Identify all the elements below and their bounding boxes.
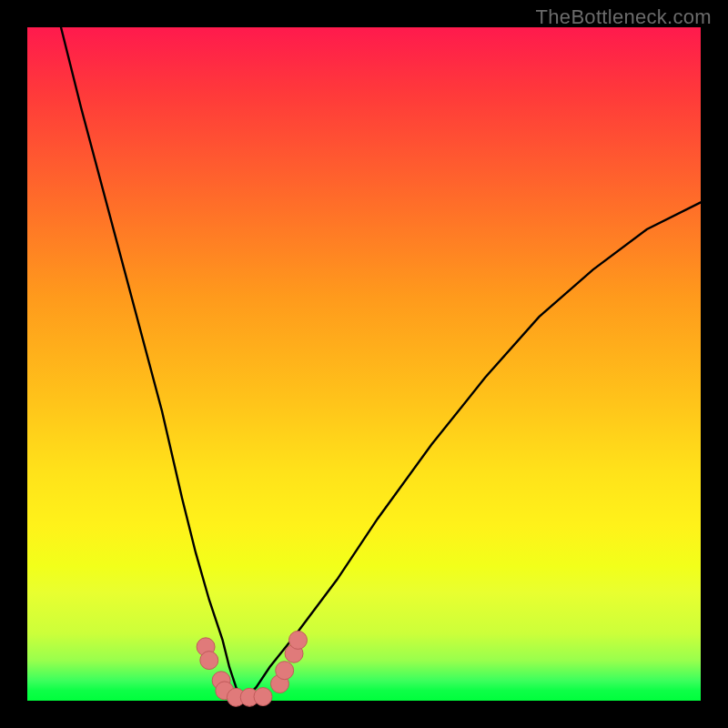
plot-area [27,27,701,701]
valley-curve-right [243,202,701,701]
valley-curve-left [61,27,243,701]
bottom-marker [254,688,272,706]
stage: TheBottleneck.com [0,0,728,728]
curve-layer [27,27,701,701]
bottom-marker [276,662,294,680]
bottom-marker [200,652,218,670]
bottom-marker-cluster [197,631,307,706]
watermark-text: TheBottleneck.com [536,5,712,29]
bottom-marker [288,631,307,649]
